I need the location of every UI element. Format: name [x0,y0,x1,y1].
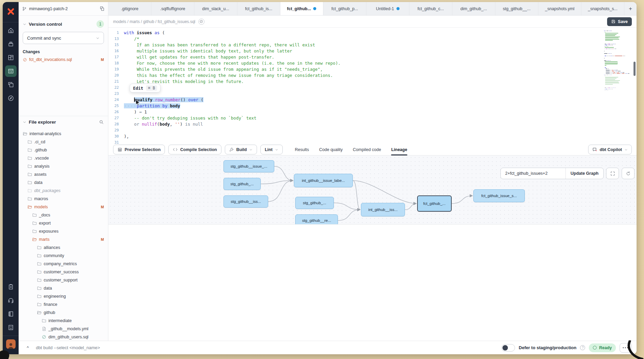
file-tree-item[interactable]: data [19,178,108,187]
code-editor[interactable]: 1 with issues as ( 13 /* 15 If an issue … [108,28,637,144]
build-button[interactable]: Build [225,145,257,154]
editor-tab[interactable]: _snapshots_s... [581,2,624,15]
preview-selection-button[interactable]: Preview Selection [113,145,165,154]
panel-tab-lineage[interactable]: Lineage [391,144,407,155]
edit-popup[interactable]: Edit ⌘ B [130,84,160,92]
code-line[interactable]: 15 If an issue has been transferred to a… [108,42,603,48]
docs-icon[interactable] [5,308,17,320]
file-tree-item[interactable]: data [19,284,108,292]
copy-icon[interactable] [100,6,105,11]
code-line[interactable]: 20 this has the effect of removing the n… [108,72,603,79]
editor-scrollbar[interactable] [634,62,636,76]
file-tree-item[interactable]: analysis [19,162,108,170]
fullscreen-button[interactable] [606,168,619,179]
lineage-node[interactable]: fct_github_... [417,195,452,212]
editor-tab[interactable]: Untitled-1 [366,2,409,15]
editor-tab[interactable]: fct_github_p... [323,2,366,15]
code-line[interactable]: 30 ), [108,133,603,140]
code-line[interactable]: 13 /* [108,36,603,42]
file-tree-item[interactable]: company_metrics [19,260,108,268]
chevron-down-icon[interactable] [23,22,26,26]
file-tree-item[interactable]: customer_success [19,268,108,276]
help-icon[interactable]: ? [580,345,585,350]
code-line[interactable]: 17 will get updates for events that happ… [108,54,603,60]
code-line[interactable]: 31 [108,140,603,144]
lineage-node[interactable]: stg_github_... [295,197,334,209]
file-tree-item[interactable]: github [19,309,108,317]
support-headset-icon[interactable] [5,295,17,306]
home-icon[interactable] [5,25,17,36]
git-branch-row[interactable]: mirnawong1-patch-2 [19,2,108,16]
lineage-node[interactable]: stg_github_... [223,178,261,190]
panel-tab-compiled-code[interactable]: Compiled code [353,144,381,155]
terminal-keys-icon[interactable] [5,322,17,333]
file-tree-item[interactable]: .ci_cd [19,138,108,146]
changed-file-row[interactable]: fct_dbt_invocations.sql M [23,57,104,62]
code-line[interactable]: 24 qualify row_number() over ( [108,97,603,103]
file-tree-item[interactable]: assets [19,170,108,178]
editor-tab[interactable]: fct_github... [280,2,323,15]
copy-path-icon[interactable] [198,19,205,25]
compile-selection-button[interactable]: Compile Selection [168,145,221,154]
file-tree-item[interactable]: customer_support [19,276,108,284]
code-line[interactable]: 26 ) = 1 [108,109,603,115]
code-line[interactable]: 28 or nullif(body, '') is null [108,121,603,127]
lint-button[interactable]: Lint [260,145,283,154]
chevron-down-icon[interactable] [23,120,26,124]
editor-tab[interactable]: fct_github_is... [237,2,280,15]
lineage-node[interactable]: int_github__issue_labe... [294,174,353,187]
projects-icon[interactable] [5,38,17,50]
code-line[interactable]: 22 [108,85,603,91]
editor-tab[interactable]: dim_slack_u... [194,2,237,15]
dbt-command-input[interactable]: dbt build --select <model_name> [36,345,498,350]
file-tree-item[interactable]: export [19,219,108,227]
lineage-node[interactable]: int_github__iss... [361,203,405,216]
dbt-logo-icon[interactable] [5,6,17,17]
file-tree-item[interactable]: marts M [19,235,108,244]
clipboard-icon[interactable] [5,281,17,293]
panel-tab-code-quality[interactable]: Code quality [319,144,343,155]
file-tree-item[interactable]: macros [19,195,108,203]
code-line[interactable]: 21 Let's revisit this modeling in the fu… [108,79,603,85]
refresh-button[interactable] [622,168,635,179]
code-line[interactable]: 1 with issues as ( [108,30,603,36]
code-line[interactable]: 18 For now, choose the one with more rec… [108,60,603,66]
lineage-node[interactable]: stg_github__re... [295,214,338,225]
dashboard-icon[interactable] [5,52,17,63]
code-line[interactable]: 16 multiple issues with identical body t… [108,48,603,54]
editor-tab[interactable]: dim_github_... [452,2,495,15]
file-tree-item[interactable]: .github [19,146,108,154]
file-tree-item[interactable]: dim_github_users.sql [19,333,108,341]
file-tree-item[interactable]: community [19,252,108,260]
file-tree-item[interactable]: finance [19,300,108,309]
lineage-node[interactable]: fct_github_issue_s... [473,189,525,202]
editor-tab[interactable]: .sqlfluffignore [151,2,194,15]
code-line[interactable]: 27 -- don't try deduping issues with no … [108,115,603,121]
file-tree-item[interactable]: _github__models.yml [19,325,108,333]
minimap[interactable] [604,30,630,91]
file-tree-item[interactable]: models M [19,203,108,211]
file-tree-item[interactable]: alliances [19,244,108,252]
update-graph-button[interactable]: Update Graph [566,168,603,179]
editor-tab[interactable]: _snapshots.yml [538,2,581,15]
windows-icon[interactable] [5,79,17,90]
save-button[interactable]: Save [607,17,632,26]
lineage-node[interactable]: stg_github__iss... [223,195,268,208]
ide-icon[interactable] [5,65,17,77]
file-tree-item[interactable]: _docs [19,211,108,219]
new-tab-button[interactable]: + [624,2,637,15]
file-tree-item[interactable]: exposures [19,227,108,235]
code-line[interactable]: 25 ····partition by body [108,103,603,109]
file-tree-item[interactable]: internal-analytics [19,130,108,138]
edit-popup-label[interactable]: Edit [133,86,143,91]
compass-icon[interactable] [5,92,17,104]
user-avatar[interactable] [5,338,17,350]
file-tree-item[interactable]: engineering [19,292,108,300]
code-line[interactable]: 29 [108,127,603,133]
file-tree-item[interactable]: intermediate [19,317,108,325]
code-line[interactable]: 23 [108,91,603,97]
expand-command-bar-chevron[interactable]: ^ [23,345,32,350]
editor-tab[interactable]: stg_github__... [495,2,538,15]
file-tree-item[interactable]: .vscode [19,154,108,162]
lineage-node[interactable]: stg_github__issue_... [223,160,274,172]
